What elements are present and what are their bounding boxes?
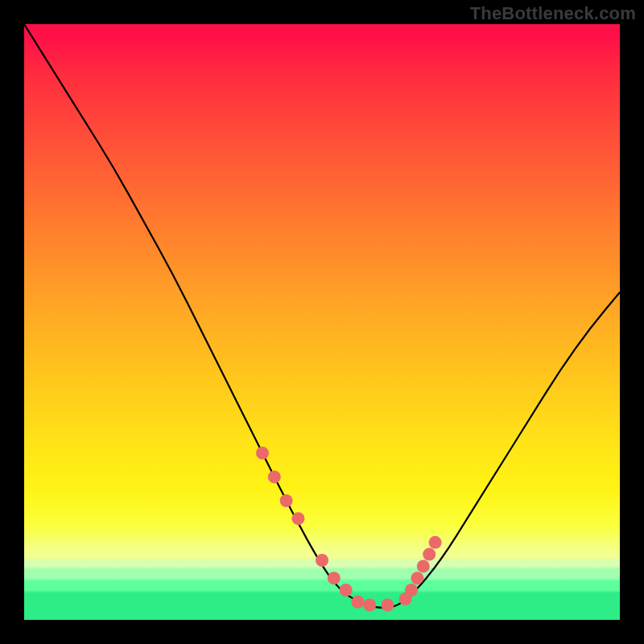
highlight-point (328, 572, 341, 584)
highlight-point (340, 584, 353, 597)
highlight-point (291, 512, 304, 525)
highlight-point (429, 536, 442, 549)
highlight-point (417, 559, 430, 572)
watermark-text: TheBottleneck.com (470, 3, 636, 24)
highlight-point (316, 554, 328, 567)
highlight-point (351, 596, 364, 609)
highlight-point (405, 584, 418, 597)
chart-svg (24, 24, 620, 620)
highlight-point (280, 494, 293, 507)
highlight-point (268, 470, 281, 483)
bottleneck-curve (24, 24, 620, 608)
plot-area (24, 24, 620, 620)
highlight-point (411, 572, 423, 584)
curve-layer (24, 24, 620, 608)
chart-frame: TheBottleneck.com (0, 0, 644, 644)
highlight-point (363, 599, 376, 612)
highlight-point (381, 599, 394, 612)
highlight-point (423, 548, 436, 561)
highlight-point (256, 447, 269, 460)
highlight-points (256, 447, 442, 612)
